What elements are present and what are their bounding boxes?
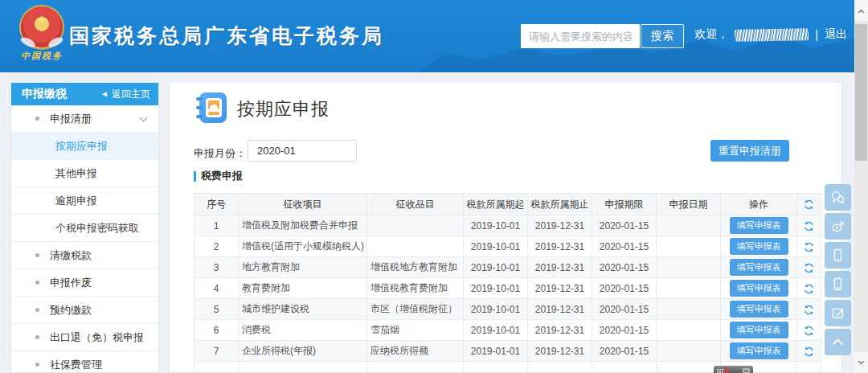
col-period-end: 税款所属期止	[528, 194, 592, 215]
cell-item: 教育费附加	[239, 278, 367, 299]
sidebar-header: 申报缴税 ◄ 返回主页	[11, 83, 158, 105]
cell-subitem: 雪茄烟	[367, 320, 464, 341]
cell-refresh	[797, 257, 821, 278]
cell-refresh	[797, 278, 821, 299]
scroll-up-arrow[interactable]	[854, 0, 868, 21]
refresh-row-icon[interactable]	[804, 305, 814, 315]
sidebar-item[interactable]: 出口退（免）税申报	[11, 324, 158, 351]
cell-deadline: 2020-01-15	[592, 278, 657, 299]
logo-caption: 中国税务	[13, 50, 71, 62]
fill-declaration-button[interactable]: 填写申报表	[730, 238, 788, 255]
sidebar-item[interactable]: 申报清册	[11, 105, 158, 133]
refresh-all-icon[interactable]	[804, 199, 814, 210]
col-deadline: 申报期限	[592, 194, 657, 215]
sidebar-item[interactable]: 逾期申报	[11, 187, 158, 215]
cell-seq: 2	[194, 236, 239, 257]
refresh-row-icon[interactable]	[804, 284, 814, 294]
col-subitem: 征收品目	[367, 194, 464, 215]
sidebar-item[interactable]: 预约缴款	[11, 297, 158, 324]
wechat-icon[interactable]	[825, 184, 851, 211]
table-header-row: 序号 征收项目 征收品目 税款所属期起 税款所属期止 申报期限 申报日期 操作	[194, 194, 821, 215]
search-button[interactable]: 搜索	[641, 24, 684, 48]
cell-seq: 5	[194, 299, 239, 320]
site-header: ★ 中国税务 国家税务总局广东省电子税务局 搜索 欢迎， | 退出	[0, 0, 868, 72]
cell-refresh	[797, 299, 821, 320]
cell-action: 填写申报表	[721, 341, 797, 362]
table-row: 4 教育费附加 增值税教育费附加 2019-10-01 2019-12-31 2…	[194, 278, 821, 299]
cell-seq: 6	[194, 320, 239, 341]
table-row: 6 消费税 雪茄烟 2019-10-01 2019-12-31 2020-01-…	[194, 320, 821, 341]
sidebar: 申报缴税 ◄ 返回主页 申报清册 按期应申报 其他申报	[10, 83, 159, 373]
collapse-up-icon[interactable]	[825, 329, 851, 355]
fill-declaration-button[interactable]: 填写申报表	[730, 342, 788, 359]
refresh-row-icon[interactable]	[804, 221, 814, 232]
section-accent-bar	[194, 171, 196, 182]
table-row: 7 企业所得税(年报) 应纳税所得额 2019-01-01 2019-12-31…	[194, 341, 821, 362]
sidebar-menu: 申报清册 按期应申报 其他申报 逾期申报	[11, 105, 158, 373]
sidebar-item-label: 清缴税款	[50, 248, 92, 263]
cell-deadline: 2020-01-15	[592, 320, 657, 341]
chevron-down-icon	[140, 113, 148, 121]
cell-seq: 1	[194, 215, 239, 236]
page-title: 按期应申报	[237, 97, 330, 121]
refresh-row-icon[interactable]	[804, 263, 814, 273]
sidebar-item[interactable]: 申报作废	[11, 269, 158, 297]
mobile-app-icon[interactable]	[825, 242, 851, 268]
table-row: 5 城市维护建设税 市区（增值税附征） 2019-10-01 2019-12-3…	[194, 299, 821, 320]
fill-declaration-button[interactable]: 填写申报表	[730, 259, 788, 276]
cell-item: 消费税	[239, 320, 367, 341]
fill-declaration-button[interactable]: 填写申报表	[730, 280, 788, 297]
cell-period-end: 2019-12-31	[528, 341, 592, 362]
cell-period-start: 2019-10-01	[464, 215, 528, 236]
refresh-row-icon[interactable]	[804, 326, 814, 336]
col-item: 征收项目	[239, 194, 367, 215]
cell-item: 企业所得税(年报)	[239, 341, 367, 362]
reset-declaration-button[interactable]: 重置申报清册	[710, 140, 789, 162]
fill-declaration-button[interactable]: 填写申报表	[730, 301, 788, 318]
feedback-note-icon[interactable]	[825, 300, 851, 326]
cell-subitem: 增值税地方教育附加	[367, 257, 464, 278]
page-scrollbar	[854, 0, 868, 373]
month-label: 申报月份：	[194, 146, 246, 161]
cell-subitem	[367, 215, 464, 236]
scroll-down-arrow[interactable]	[854, 352, 868, 373]
sidebar-title: 申报缴税	[22, 87, 67, 101]
month-input[interactable]	[248, 140, 357, 162]
cell-item: 增值税及附加税费合并申报	[239, 215, 367, 236]
col-seq: 序号	[194, 194, 239, 215]
sidebar-item[interactable]: 按期应申报	[11, 133, 158, 160]
back-arrow-icon: ◄	[100, 90, 108, 98]
cell-filing-date	[657, 299, 721, 320]
cell-period-end: 2019-12-31	[528, 320, 592, 341]
cell-deadline: 2020-01-15	[592, 236, 657, 257]
fill-declaration-button[interactable]: 填写申报表	[730, 217, 788, 234]
sidebar-item[interactable]: 社保费管理	[11, 351, 158, 373]
logout-link[interactable]: 退出	[825, 27, 847, 42]
scrollbar-thumb[interactable]	[855, 24, 867, 161]
cell-period-end: 2019-12-31	[528, 278, 592, 299]
cell-action: 填写申报表	[721, 236, 797, 257]
cell-deadline: 2020-01-15	[592, 257, 657, 278]
sidebar-item[interactable]: 清缴税款	[11, 242, 158, 269]
tax-declaration-table: 序号 征收项目 征收品目 税款所属期起 税款所属期止 申报期限 申报日期 操作	[194, 193, 821, 373]
mobile-app-icon-2[interactable]	[825, 271, 851, 297]
search-input[interactable]	[521, 24, 640, 48]
sidebar-item-label: 其他申报	[55, 166, 97, 181]
weibo-icon[interactable]	[825, 213, 851, 240]
sidebar-item-label: 出口退（免）税申报	[50, 330, 144, 345]
cell-period-end: 2019-12-31	[528, 299, 592, 320]
separator: |	[815, 28, 818, 41]
refresh-row-icon[interactable]	[804, 242, 814, 252]
minimize-icon[interactable]	[743, 368, 750, 373]
cell-subitem	[367, 236, 464, 257]
welcome-area: 欢迎， | 退出	[694, 27, 847, 42]
cell-action: 填写申报表	[721, 320, 797, 341]
back-home-link[interactable]: ◄ 返回主页	[100, 88, 150, 101]
refresh-row-icon[interactable]	[804, 346, 814, 357]
flash-plugin-bar[interactable]	[714, 366, 753, 373]
sidebar-item[interactable]: 个税申报密码获取	[11, 215, 158, 242]
welcome-text: 欢迎，	[694, 27, 728, 42]
fill-declaration-button[interactable]: 填写申报表	[730, 322, 788, 338]
sidebar-item[interactable]: 其他申报	[11, 160, 158, 187]
cell-period-start: 2019-10-01	[464, 236, 528, 257]
